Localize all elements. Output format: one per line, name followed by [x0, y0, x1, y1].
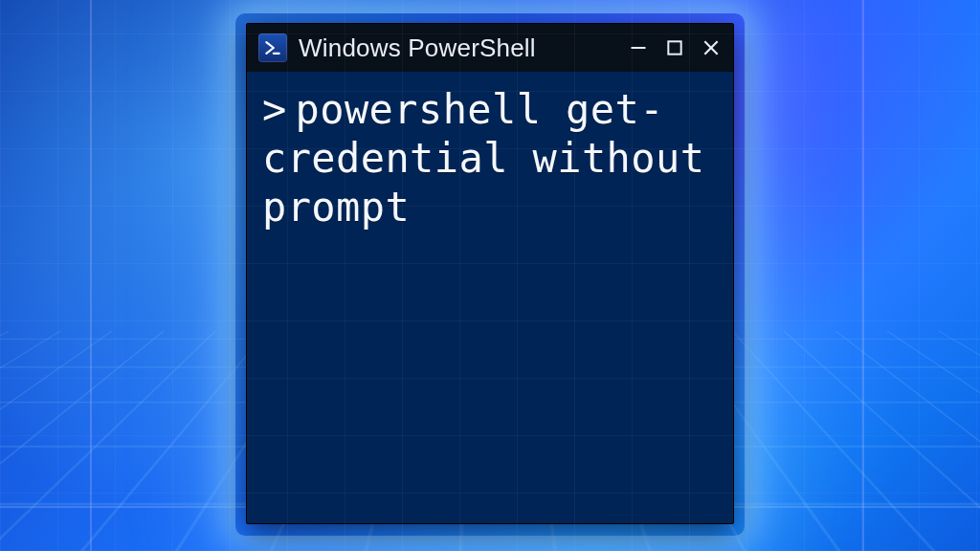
svg-rect-2	[668, 41, 680, 54]
maximize-button[interactable]	[664, 37, 685, 58]
powershell-icon	[258, 33, 287, 62]
prompt-symbol: >	[262, 86, 287, 133]
window-titlebar[interactable]: Windows PowerShell	[247, 24, 733, 72]
minimize-button[interactable]	[628, 37, 649, 58]
maximize-icon	[665, 38, 684, 57]
terminal-body[interactable]: >powershell get-credential without promp…	[247, 72, 733, 523]
terminal-command-text: powershell get-credential without prompt	[262, 86, 704, 231]
desktop-background: Windows PowerShell	[0, 0, 980, 551]
powershell-window[interactable]: Windows PowerShell	[246, 23, 734, 524]
window-controls	[628, 37, 724, 58]
window-title: Windows PowerShell	[299, 33, 616, 63]
minimize-icon	[629, 38, 648, 57]
close-icon	[702, 38, 721, 57]
close-button[interactable]	[701, 37, 722, 58]
